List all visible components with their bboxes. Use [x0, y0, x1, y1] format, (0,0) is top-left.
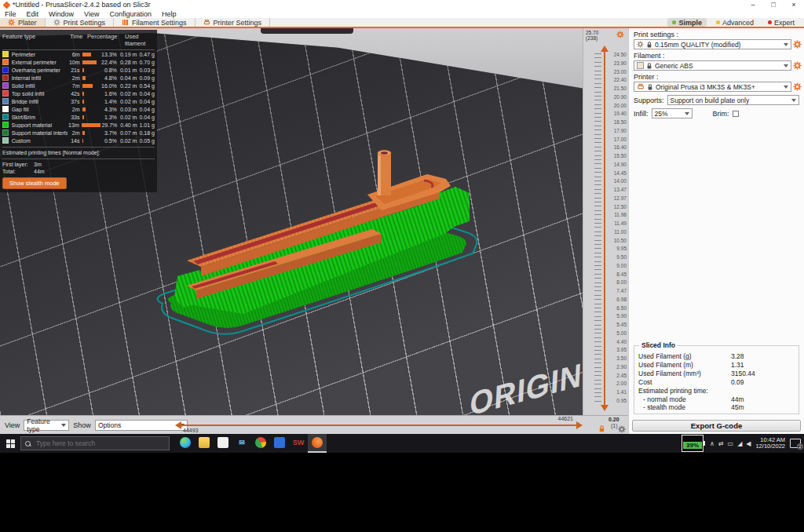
mode-button[interactable]: Simple: [667, 18, 707, 27]
search-input[interactable]: [35, 439, 152, 448]
tab-print-settings[interactable]: Print Settings: [46, 18, 115, 27]
taskbar-clock[interactable]: 10:42 AM 12/10/2022: [755, 437, 785, 450]
show-stealth-mode-button[interactable]: Show stealth mode: [2, 177, 67, 189]
layer-tick-label: 15.50: [608, 153, 627, 159]
battery-icon[interactable]: ▭: [728, 440, 734, 447]
taskbar-app-tile[interactable]: [214, 434, 232, 453]
infill-select[interactable]: 25%: [652, 108, 693, 118]
menu-item[interactable]: Edit: [27, 10, 39, 18]
feature-length: 0.28 m: [117, 60, 137, 65]
search-icon: [25, 441, 31, 446]
feature-color-swatch: [2, 106, 9, 112]
layer-slider-top-handle[interactable]: [601, 46, 608, 52]
windows-logo-icon: [6, 439, 15, 448]
percentage-bar: [82, 92, 84, 96]
layer-slider-track[interactable]: [604, 52, 605, 405]
menu-item[interactable]: Configuration: [109, 10, 152, 18]
layer-tick-label: 9.95: [608, 246, 627, 251]
feature-length: 0.19 m: [117, 52, 137, 57]
layer-tick-label: 14.00: [608, 178, 627, 184]
wifi-icon[interactable]: ◢: [737, 440, 742, 447]
feature-time: 7m: [68, 83, 79, 89]
print-settings-select[interactable]: 0.15mm QUALITY (modified): [634, 39, 791, 49]
export-gcode-button[interactable]: Export G-code: [632, 420, 801, 432]
mode-button[interactable]: Advanced: [711, 18, 758, 27]
printer-gear-icon[interactable]: [793, 82, 802, 91]
show-label: Show: [73, 421, 91, 429]
print-time-value: 45m: [731, 403, 744, 411]
percentage-bar: [82, 107, 86, 111]
feature-color-swatch: [2, 67, 9, 73]
tab-plater[interactable]: Plater: [0, 18, 46, 27]
taskbar-app-tile[interactable]: [308, 434, 327, 453]
taskbar-app-tile[interactable]: [176, 434, 195, 453]
layer-slider[interactable]: 24.5023.9023.0022.4021.5020.9020.0019.40…: [583, 46, 628, 410]
sync-icon[interactable]: ⇄: [718, 440, 724, 447]
legend-row: Internal infill 2m 4.8% 0.04 m 0.09 g: [2, 74, 155, 82]
print-settings-gear-icon[interactable]: [793, 40, 802, 49]
volume-icon[interactable]: ◀: [746, 440, 751, 447]
layer-tick-label: 6.98: [608, 297, 627, 302]
taskbar-app-tile[interactable]: [251, 434, 270, 453]
taskbar-app-tile[interactable]: SW: [289, 434, 308, 453]
show-select[interactable]: Options: [95, 420, 188, 431]
taskbar-app-tile[interactable]: [270, 434, 289, 453]
maximize-button[interactable]: □: [763, 0, 784, 9]
feature-length: 0.02 m: [117, 99, 137, 104]
mail-icon: ✉: [236, 437, 247, 448]
percentage-bar: [82, 123, 100, 127]
menu-item[interactable]: Help: [162, 10, 177, 18]
view-select[interactable]: Feature type: [24, 420, 69, 431]
battery-widget[interactable]: 39%: [682, 435, 705, 452]
layer-tick-marks: [594, 53, 601, 403]
sliced-info-row: Used Filament (mm³) 3150.44: [638, 369, 795, 377]
taskbar-app-tile[interactable]: [195, 434, 214, 453]
feature-color-swatch: [2, 82, 9, 89]
filament-gear-icon[interactable]: [793, 61, 802, 70]
supports-value: Support on build plate only: [671, 97, 750, 104]
printer-select[interactable]: Original Prusa i3 MK3S & MK3S+: [634, 82, 791, 92]
viewport-3d[interactable]: ORIGIN: [0, 28, 583, 415]
tab-printer-settings[interactable]: Printer Settings: [196, 18, 271, 27]
move-slider-left-handle[interactable]: [175, 421, 181, 429]
taskbar-app-tile[interactable]: ✉: [232, 434, 251, 453]
taskbar-search[interactable]: [20, 436, 170, 450]
move-slider[interactable]: [181, 425, 577, 426]
layer-tick-label: 17.00: [608, 137, 627, 142]
brim-checkbox[interactable]: [733, 111, 739, 117]
start-button[interactable]: [0, 434, 20, 453]
close-button[interactable]: ×: [784, 0, 804, 9]
tray-expand-icon[interactable]: ∧: [710, 440, 714, 447]
sliced-info-panel: Sliced Info Used Filament (g) 3.28 Used …: [634, 345, 799, 414]
layer-tick-label: 10.50: [608, 238, 627, 243]
feature-weight: 0.05 g: [137, 138, 155, 144]
feature-name: Solid infill: [12, 83, 68, 89]
layer-slider-bottom-handle[interactable]: [601, 405, 608, 411]
filament-select[interactable]: Generic ABS: [634, 60, 791, 71]
layer-edit-cog-icon[interactable]: [616, 31, 624, 38]
supports-select[interactable]: Support on build plate only: [667, 95, 799, 105]
layer-tick-label: 0.95: [608, 398, 627, 403]
slider-lock-icon[interactable]: [598, 425, 605, 432]
feature-length: 0.22 m: [117, 83, 137, 89]
menu-item[interactable]: Window: [49, 10, 74, 18]
infill-value: 25%: [655, 110, 668, 118]
feature-color-swatch: [2, 59, 9, 65]
move-slider-min: 44493: [183, 428, 198, 433]
title-bar: *Untitled - PrusaSlicer-2.4.2 based on S…: [0, 0, 804, 9]
feature-time: 37s: [68, 99, 79, 104]
menu-item[interactable]: File: [5, 10, 16, 18]
feature-time: 10m: [68, 60, 79, 65]
minimize-button[interactable]: –: [743, 0, 763, 9]
prusaslicer-window: *Untitled - PrusaSlicer-2.4.2 based on S…: [0, 0, 804, 532]
tab-filament-settings[interactable]: Filament Settings: [114, 18, 196, 27]
feature-length: 0.07 m: [117, 130, 137, 136]
sliced-info-row: Used Filament (g) 3.28: [638, 352, 795, 360]
percentage-bar: [82, 60, 97, 64]
feature-weight: 0.03 g: [137, 67, 155, 73]
viewport-gear-icon[interactable]: [618, 425, 626, 433]
mode-button[interactable]: Expert: [763, 18, 799, 27]
menu-item[interactable]: View: [84, 10, 99, 18]
move-slider-right-handle[interactable]: [576, 421, 583, 429]
notification-center-icon[interactable]: 2: [790, 439, 801, 448]
